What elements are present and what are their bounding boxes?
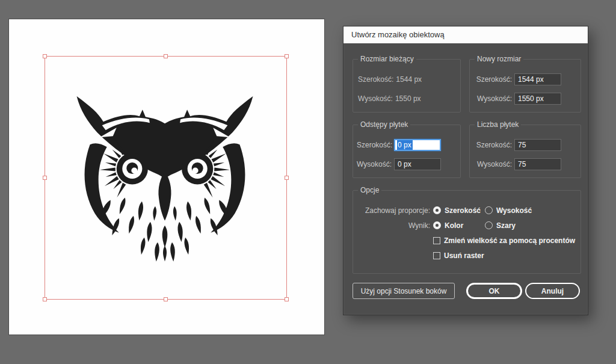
group-new-size: Nowy rozmiar Szerokość: 1544 px Wysokość… (469, 59, 581, 113)
ok-button[interactable]: OK (466, 283, 522, 299)
checkbox-delete-raster[interactable] (433, 252, 440, 259)
current-width-row: Szerokość: 1544 px (357, 73, 460, 85)
group-options-title: Opcje (358, 186, 381, 194)
radio-option-label[interactable]: Kolor (445, 221, 463, 230)
spacing-width-label: Szerokość: (357, 141, 392, 149)
use-ratio-button[interactable]: Użyj opcji Stosunek boków (353, 283, 455, 299)
spacing-height-label: Wysokość: (357, 160, 392, 168)
new-height-input[interactable]: 1550 px (514, 93, 561, 105)
dialog-titlebar[interactable]: Utwórz mozaikę obiektową (343, 26, 588, 43)
radio-option-label[interactable]: Szary (496, 221, 516, 230)
group-options: Opcje Zachowaj proporcje: Szerokość Wyso… (353, 190, 581, 274)
radio-option-result-color[interactable]: Kolor (433, 221, 482, 230)
group-tile-spacing: Odstępy płytek Szerokość: 0 px Wysokość:… (353, 125, 461, 178)
constrain-label: Zachowaj proporcje: (357, 206, 430, 215)
current-height-label: Wysokość: (358, 94, 393, 103)
group-tile-count-title: Liczba płytek (475, 120, 521, 129)
current-width-label: Szerokość: (358, 75, 393, 84)
object-mosaic-dialog: Utwórz mozaikę obiektową Rozmiar bieżący… (343, 26, 588, 315)
radio-selected-icon[interactable] (433, 221, 441, 229)
radio-option-constrain-width[interactable]: Szerokość (433, 206, 482, 215)
spacing-height-input[interactable]: 0 px (394, 158, 441, 170)
current-height-value: 1550 px (395, 94, 421, 103)
checkbox-resize-percent-label[interactable]: Zmień wielkość za pomocą procentów (444, 236, 575, 245)
current-height-row: Wysokość: 1550 px (357, 93, 460, 105)
radio-unselected-icon[interactable] (485, 221, 493, 229)
radio-option-constrain-height[interactable]: Wysokość (485, 206, 534, 215)
group-current-size-title: Rozmiar bieżący (358, 55, 416, 63)
cancel-button[interactable]: Anuluj (525, 283, 580, 299)
count-width-label: Szerokość: (473, 141, 512, 149)
selection-handle-top-middle[interactable] (164, 54, 168, 58)
selection-handle-top-left[interactable] (43, 54, 47, 58)
new-height-label: Wysokość: (473, 94, 512, 103)
selection-handle-bottom-middle[interactable] (164, 297, 168, 301)
current-width-value: 1544 px (396, 75, 422, 84)
group-current-size: Rozmiar bieżący Szerokość: 1544 px Wysok… (353, 59, 461, 113)
radio-selected-icon[interactable] (433, 206, 441, 214)
selection-handle-bottom-right[interactable] (285, 297, 289, 301)
dialog-title: Utwórz mozaikę obiektową (351, 30, 445, 39)
radio-unselected-icon[interactable] (485, 206, 493, 214)
selection-bounding-box (45, 56, 287, 300)
spacing-width-selected-text: 0 px (397, 140, 413, 150)
spacing-width-input[interactable]: 0 px (394, 139, 441, 151)
selection-handle-middle-left[interactable] (43, 176, 47, 180)
count-width-input[interactable]: 75 (514, 139, 561, 151)
radio-option-result-gray[interactable]: Szary (485, 221, 534, 230)
selection-handle-bottom-left[interactable] (43, 297, 47, 301)
radio-option-label[interactable]: Wysokość (496, 206, 532, 215)
new-width-label: Szerokość: (473, 75, 512, 84)
count-height-label: Wysokość: (473, 160, 512, 168)
result-label: Wynik: (357, 221, 430, 230)
radio-option-label[interactable]: Szerokość (445, 206, 481, 215)
checkbox-delete-raster-label[interactable]: Usuń raster (444, 251, 484, 260)
group-tile-spacing-title: Odstępy płytek (358, 120, 410, 129)
new-width-input[interactable]: 1544 px (514, 73, 561, 85)
group-new-size-title: Nowy rozmiar (475, 55, 523, 63)
count-height-input[interactable]: 75 (514, 158, 561, 170)
checkbox-resize-percent[interactable] (433, 237, 440, 244)
artboard (8, 19, 325, 335)
selection-handle-top-right[interactable] (285, 54, 289, 58)
selection-handle-middle-right[interactable] (285, 176, 289, 180)
group-tile-count: Liczba płytek Szerokość: 75 Wysokość: 75 (469, 125, 581, 178)
app-window: Utwórz mozaikę obiektową Rozmiar bieżący… (0, 0, 616, 364)
